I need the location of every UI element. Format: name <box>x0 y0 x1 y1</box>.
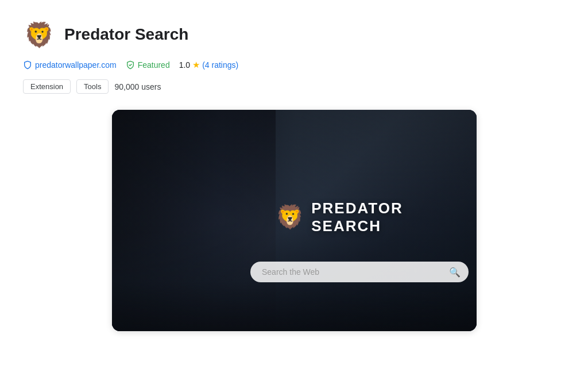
star-icon: ★ <box>192 60 200 70</box>
shield-icon <box>23 60 32 70</box>
search-placeholder-text: Search the Web <box>262 267 443 277</box>
app-header: 🦁 Predator Search <box>23 18 565 51</box>
screenshot-card: 🦁 PREDATOR SEARCH Search the Web 🔍 <box>112 110 477 331</box>
website-meta: predatorwallpaper.com <box>23 60 117 70</box>
screenshot-container: 🦁 PREDATOR SEARCH Search the Web 🔍 <box>23 110 565 331</box>
tags-row: Extension Tools 90,000 users <box>23 79 565 94</box>
search-bar-search-icon: 🔍 <box>449 267 461 278</box>
search-bar-container: Search the Web 🔍 <box>250 262 469 282</box>
app-icon: 🦁 <box>23 18 55 51</box>
search-bar[interactable]: Search the Web 🔍 <box>250 262 469 282</box>
extension-tag: Extension <box>23 79 71 94</box>
brand-lion-icon: 🦁 <box>276 204 304 231</box>
users-count: 90,000 users <box>114 82 161 91</box>
meta-row: predatorwallpaper.com Featured 1.0 ★ (4 … <box>23 60 565 70</box>
tools-tag: Tools <box>76 79 109 94</box>
website-link[interactable]: predatorwallpaper.com <box>35 60 117 70</box>
featured-label: Featured <box>138 60 170 70</box>
app-title: Predator Search <box>64 25 188 44</box>
rating-value: 1.0 <box>179 60 190 70</box>
brand-title: PREDATOR SEARCH <box>311 199 458 235</box>
rating-section: 1.0 ★ (4 ratings) <box>179 60 239 70</box>
featured-meta: Featured <box>126 60 170 70</box>
branding-area: 🦁 PREDATOR SEARCH <box>276 199 458 235</box>
ratings-link[interactable]: (4 ratings) <box>202 60 238 70</box>
featured-icon <box>126 60 135 70</box>
